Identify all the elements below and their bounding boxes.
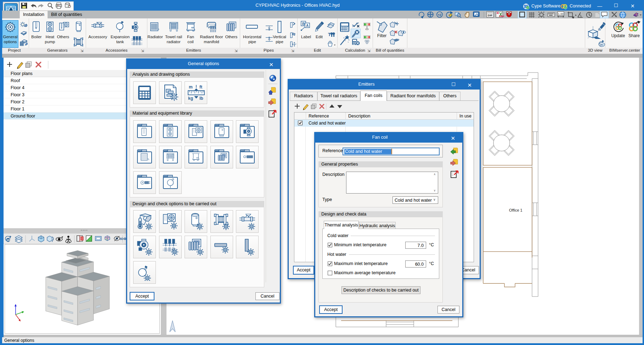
- svg-text:ft: ft: [199, 85, 202, 90]
- svg-text:Office 1: Office 1: [509, 208, 522, 212]
- svg-text:m: m: [189, 85, 193, 90]
- svg-text:lb: lb: [199, 96, 203, 101]
- svg-text:A: A: [306, 24, 309, 28]
- svg-text:DWG: DWG: [499, 15, 504, 17]
- svg-text:1.00: 1.00: [558, 12, 564, 16]
- svg-text:DXF: DXF: [488, 14, 492, 17]
- svg-text:3D: 3D: [7, 238, 10, 242]
- svg-text:3D: 3D: [600, 43, 603, 46]
- svg-text:?: ?: [635, 13, 637, 16]
- svg-text:3D: 3D: [598, 28, 601, 31]
- svg-text:B: B: [302, 22, 305, 26]
- svg-text:×2: ×2: [438, 13, 441, 17]
- svg-text:T: T: [328, 32, 331, 37]
- svg-text:kg: kg: [188, 96, 193, 101]
